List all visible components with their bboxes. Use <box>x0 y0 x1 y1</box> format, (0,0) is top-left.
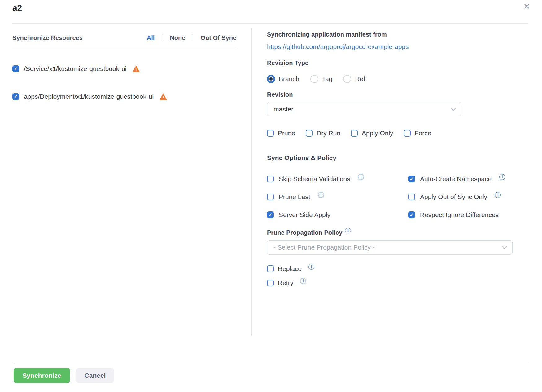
radio-icon[interactable] <box>310 75 318 83</box>
chevron-down-icon <box>451 106 456 111</box>
check-icon: ✓ <box>14 66 18 71</box>
prune-propagation-policy-label: Prune Propagation Policy i <box>267 229 513 237</box>
manifest-url-link[interactable]: https://github.com/argoproj/argocd-examp… <box>267 42 409 51</box>
tab-all[interactable]: All <box>147 34 155 41</box>
option-retry[interactable]: ✓ Retry i <box>267 279 513 287</box>
prune-last-checkbox[interactable]: ✓ <box>267 194 274 200</box>
radio-ref[interactable]: Ref <box>343 75 365 83</box>
apply-out-of-sync-only-checkbox[interactable]: ✓ <box>408 194 415 200</box>
option-auto-create-namespace[interactable]: ✓ Auto-Create Namespace i <box>408 175 513 183</box>
tab-separator <box>193 34 193 42</box>
header-divider <box>12 23 528 24</box>
flag-prune[interactable]: ✓ Prune <box>267 129 295 137</box>
revision-value: master <box>273 106 293 113</box>
flag-dry-run[interactable]: ✓ Dry Run <box>306 129 340 137</box>
revision-type-label: Revision Type <box>267 59 513 67</box>
resource-label: apps/Deployment/x1/kustomize-guestbook-u… <box>24 93 154 100</box>
prune-policy-placeholder: - Select Prune Propagation Policy - <box>273 244 375 251</box>
warning-icon: ! <box>132 65 140 72</box>
radio-branch[interactable]: Branch <box>267 75 299 83</box>
revision-type-group: Branch Tag Ref <box>267 75 513 83</box>
flag-force[interactable]: ✓ Force <box>404 129 431 137</box>
info-icon: i <box>308 264 314 270</box>
retry-checkbox[interactable]: ✓ <box>267 280 274 286</box>
resource-row: ✓ apps/Deployment/x1/kustomize-guestbook… <box>12 90 236 103</box>
resource-label: /Service/x1/kustomize-guestbook-ui <box>24 65 126 72</box>
tab-out-of-sync[interactable]: Out Of Sync <box>200 34 236 41</box>
prune-checkbox[interactable]: ✓ <box>267 130 274 137</box>
sync-flags: ✓ Prune ✓ Dry Run ✓ Apply Only ✓ Force <box>267 129 513 137</box>
warning-icon: ! <box>160 93 167 100</box>
prune-propagation-policy-select[interactable]: - Select Prune Propagation Policy - <box>267 240 513 255</box>
info-icon: i <box>495 192 501 198</box>
tab-none[interactable]: None <box>170 34 185 41</box>
synchronize-button[interactable]: Synchronize <box>14 368 70 383</box>
close-icon[interactable]: ✕ <box>523 2 530 11</box>
option-apply-out-of-sync-only[interactable]: ✓ Apply Out of Sync Only i <box>408 193 513 201</box>
apply-only-checkbox[interactable]: ✓ <box>351 130 358 137</box>
selection-tabs: All None Out Of Sync <box>147 34 236 42</box>
sync-dialog: a2 ✕ Synchronize Resources All None Out … <box>0 0 542 392</box>
sync-options-panel: Synchronizing application manifest from … <box>267 30 513 287</box>
option-prune-last[interactable]: ✓ Prune Last i <box>267 193 408 201</box>
revision-select[interactable]: master <box>267 102 461 116</box>
option-server-side-apply[interactable]: ✓ Server Side Apply <box>267 211 408 219</box>
auto-create-namespace-checkbox[interactable]: ✓ <box>408 176 415 182</box>
skip-schema-validations-checkbox[interactable]: ✓ <box>267 176 274 182</box>
dry-run-checkbox[interactable]: ✓ <box>306 130 313 137</box>
resources-title: Synchronize Resources <box>12 34 83 41</box>
check-icon: ✓ <box>14 94 18 99</box>
panel-divider <box>251 28 252 336</box>
resources-header: Synchronize Resources All None Out Of Sy… <box>12 28 236 48</box>
force-checkbox[interactable]: ✓ <box>404 130 411 137</box>
option-skip-schema-validations[interactable]: ✓ Skip Schema Validations i <box>267 175 408 183</box>
info-icon: i <box>345 228 351 233</box>
flag-apply-only[interactable]: ✓ Apply Only <box>351 129 393 137</box>
cancel-button[interactable]: Cancel <box>76 368 114 383</box>
resources-panel: Synchronize Resources All None Out Of Sy… <box>12 28 236 103</box>
footer-divider <box>14 363 528 363</box>
resource-row: ✓ /Service/x1/kustomize-guestbook-ui ! <box>12 62 236 76</box>
info-icon: i <box>499 174 505 180</box>
resource-checkbox[interactable]: ✓ <box>12 93 19 100</box>
tab-separator <box>162 34 162 42</box>
manifest-heading: Synchronizing application manifest from <box>267 30 513 38</box>
dialog-title: a2 <box>12 3 22 13</box>
info-icon: i <box>300 278 306 284</box>
replace-checkbox[interactable]: ✓ <box>267 265 274 272</box>
server-side-apply-checkbox[interactable]: ✓ <box>267 211 274 218</box>
option-respect-ignore-differences[interactable]: ✓ Respect Ignore Differences <box>408 211 513 219</box>
chevron-down-icon <box>502 244 507 249</box>
radio-tag[interactable]: Tag <box>310 75 333 83</box>
info-icon: i <box>318 192 324 198</box>
resource-list: ✓ /Service/x1/kustomize-guestbook-ui ! ✓… <box>12 62 236 103</box>
sync-options-heading: Sync Options & Policy <box>267 154 513 162</box>
radio-icon[interactable] <box>343 75 351 83</box>
option-replace[interactable]: ✓ Replace i <box>267 265 513 272</box>
info-icon: i <box>358 174 364 180</box>
respect-ignore-differences-checkbox[interactable]: ✓ <box>408 211 415 218</box>
radio-icon[interactable] <box>267 75 275 83</box>
sync-options-grid: ✓ Skip Schema Validations i ✓ Auto-Creat… <box>267 175 513 219</box>
resource-checkbox[interactable]: ✓ <box>12 65 19 72</box>
revision-label: Revision <box>267 90 513 98</box>
